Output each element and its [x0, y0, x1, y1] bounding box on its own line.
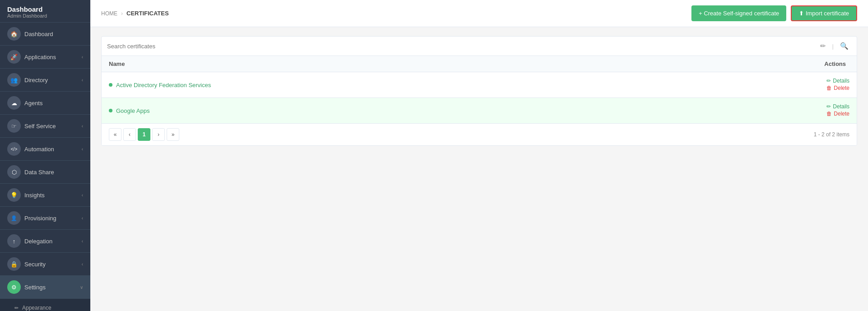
sidebar-label-agents: Agents — [24, 100, 42, 107]
chevron-icon: ‹ — [82, 78, 83, 83]
details-button[interactable]: ✏ Details — [672, 78, 849, 84]
page-next-button[interactable]: › — [152, 128, 165, 141]
sidebar-header: Dashboard Admin Dashboard — [0, 0, 90, 23]
certificate-name-link[interactable]: Active Directory Federation Services — [109, 82, 658, 88]
delete-button[interactable]: 🗑 Delete — [672, 111, 849, 117]
breadcrumb-current: CERTIFICATES — [126, 10, 169, 17]
page-prev-button[interactable]: ‹ — [123, 128, 136, 141]
create-certificate-button[interactable]: + Create Self-signed certificate — [691, 5, 786, 21]
sidebar-label-automation: Automation — [24, 146, 54, 153]
details-button[interactable]: ✏ Details — [672, 103, 849, 110]
chevron-icon: ‹ — [82, 55, 83, 60]
sidebar-subitem-appearance[interactable]: ✏ Appearance — [14, 302, 90, 311]
sidebar-subitem-label-appearance: Appearance — [22, 305, 51, 311]
sidebar-label-security: Security — [24, 261, 46, 268]
sidebar-item-settings[interactable]: ⚙ Settings ∨ — [0, 276, 90, 299]
sidebar-submenu-settings: ✏ Appearance Certificates — [0, 299, 90, 311]
page-last-button[interactable]: » — [167, 128, 179, 141]
col-header-name: Name — [102, 56, 665, 72]
sidebar-item-directory[interactable]: 👥 Directory ‹ — [0, 69, 90, 92]
settings-icon: ⚙ — [7, 280, 21, 294]
sidebar-item-selfservice[interactable]: ☞ Self Service ‹ — [0, 115, 90, 138]
certificates-table: Name Actions Active Directory Federation… — [102, 56, 857, 123]
directory-icon: 👥 — [7, 73, 21, 87]
search-button[interactable]: 🔍 — [837, 41, 851, 51]
chevron-down-icon: ∨ — [80, 285, 83, 290]
sidebar-label-settings: Settings — [24, 284, 46, 291]
delegation-icon: ↑ — [7, 234, 21, 248]
chevron-icon: ‹ — [82, 147, 83, 152]
appearance-icon: ✏ — [14, 305, 19, 311]
sidebar-item-agents[interactable]: ☁ Agents — [0, 92, 90, 115]
breadcrumb: HOME › CERTIFICATES — [101, 10, 169, 17]
delete-button[interactable]: 🗑 Delete — [672, 85, 849, 91]
status-dot — [109, 83, 112, 87]
applications-icon: 🚀 — [7, 50, 21, 64]
sidebar-item-delegation[interactable]: ↑ Delegation ‹ — [0, 230, 90, 253]
page-controls: « ‹ 1 › » — [109, 128, 179, 141]
search-input[interactable] — [107, 43, 814, 50]
sidebar-item-security[interactable]: 🔒 Security ‹ — [0, 253, 90, 276]
content-area: ✏ | 🔍 Name Actions Active Directory Fede… — [90, 27, 868, 311]
dashboard-icon: 🏠 — [7, 27, 21, 41]
import-certificate-button[interactable]: ⬆ Import certificate — [791, 5, 857, 21]
search-bar: ✏ | 🔍 — [102, 37, 857, 56]
sidebar-item-automation[interactable]: </> Automation ‹ — [0, 138, 90, 161]
sidebar-label-applications: Applications — [24, 54, 56, 60]
sidebar-label-insights: Insights — [24, 192, 45, 199]
sidebar-label-datashare: Data Share — [24, 169, 54, 176]
sidebar-label-dashboard: Dashboard — [24, 31, 53, 37]
topbar-actions: + Create Self-signed certificate ⬆ Impor… — [691, 5, 857, 21]
breadcrumb-separator: › — [121, 10, 123, 17]
datashare-icon: ⬡ — [7, 165, 21, 179]
certificate-name-link[interactable]: Google Apps — [109, 107, 658, 114]
certificates-table-wrapper: Name Actions Active Directory Federation… — [102, 56, 857, 123]
sidebar-label-delegation: Delegation — [24, 238, 52, 245]
breadcrumb-home[interactable]: HOME — [101, 10, 117, 17]
certificate-name-cell: Google Apps — [102, 98, 665, 124]
page-1-button[interactable]: 1 — [138, 128, 150, 141]
clear-search-button[interactable]: ✏ — [817, 41, 829, 51]
sidebar-label-selfservice: Self Service — [24, 123, 56, 130]
chevron-icon: ‹ — [82, 239, 83, 244]
pagination: « ‹ 1 › » 1 - 2 of 2 items — [102, 123, 857, 145]
sidebar-item-provisioning[interactable]: 👤 Provisioning ‹ — [0, 207, 90, 230]
sidebar-label-directory: Directory — [24, 77, 48, 84]
chevron-icon: ‹ — [82, 124, 83, 129]
chevron-icon: ‹ — [82, 262, 83, 267]
sidebar-item-applications[interactable]: 🚀 Applications ‹ — [0, 46, 90, 69]
sidebar-subtitle: Admin Dashboard — [7, 13, 83, 19]
certificate-actions-cell: ✏ Details🗑 Delete — [665, 72, 857, 98]
sidebar-item-insights[interactable]: 💡 Insights ‹ — [0, 184, 90, 207]
status-dot — [109, 109, 112, 112]
certificate-actions-cell: ✏ Details🗑 Delete — [665, 98, 857, 124]
sidebar: Dashboard Admin Dashboard 🏠 Dashboard 🚀 … — [0, 0, 90, 311]
security-icon: 🔒 — [7, 257, 21, 271]
table-row: Active Directory Federation Services✏ De… — [102, 72, 857, 98]
sidebar-label-provisioning: Provisioning — [24, 215, 56, 222]
sidebar-title: Dashboard — [7, 5, 83, 13]
sidebar-item-dashboard[interactable]: 🏠 Dashboard — [0, 23, 90, 46]
table-row: Google Apps✏ Details🗑 Delete — [102, 98, 857, 124]
topbar: HOME › CERTIFICATES + Create Self-signed… — [90, 0, 868, 27]
insights-icon: 💡 — [7, 188, 21, 202]
page-first-button[interactable]: « — [109, 128, 121, 141]
certificates-card: ✏ | 🔍 Name Actions Active Directory Fede… — [101, 36, 857, 146]
col-header-actions: Actions — [665, 56, 857, 72]
provisioning-icon: 👤 — [7, 211, 21, 225]
main-content: HOME › CERTIFICATES + Create Self-signed… — [90, 0, 868, 311]
automation-icon: </> — [7, 142, 21, 156]
page-info: 1 - 2 of 2 items — [814, 131, 849, 138]
chevron-icon: ‹ — [82, 193, 83, 198]
agents-icon: ☁ — [7, 96, 21, 110]
certificate-name-cell: Active Directory Federation Services — [102, 72, 665, 98]
chevron-icon: ‹ — [82, 216, 83, 221]
selfservice-icon: ☞ — [7, 119, 21, 133]
sidebar-item-datashare[interactable]: ⬡ Data Share — [0, 161, 90, 184]
